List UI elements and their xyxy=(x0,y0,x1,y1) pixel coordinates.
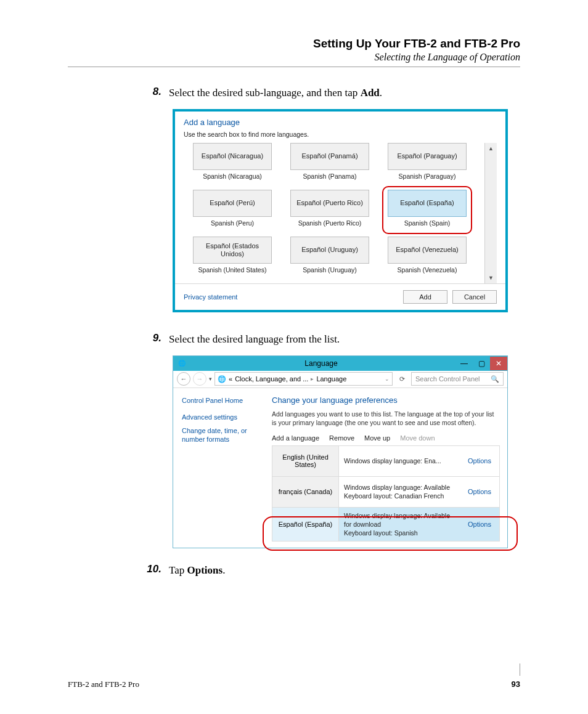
scroll-up-icon[interactable]: ▲ xyxy=(485,143,497,154)
language-desc: Windows display language: Available Keyb… xyxy=(339,477,460,507)
move-down-link: Move down xyxy=(400,434,435,442)
control-panel-home-link[interactable]: Control Panel Home xyxy=(182,397,263,404)
page-section-subtitle: Selecting the Language of Operation xyxy=(68,52,520,63)
header-divider xyxy=(68,67,520,67)
language-row[interactable]: English (United States) Windows display … xyxy=(272,446,499,477)
language-tile-selected[interactable]: Español (España) xyxy=(388,190,467,217)
language-caption: Spanish (Spain) xyxy=(378,219,476,227)
refresh-button[interactable]: ⟳ xyxy=(395,372,409,386)
language-tile[interactable]: Español (Paraguay) xyxy=(388,143,467,170)
breadcrumb[interactable]: 🌐 « Clock, Language, and ... ▸ Language … xyxy=(214,372,393,386)
move-up-link[interactable]: Move up xyxy=(364,434,390,442)
language-name: français (Canada) xyxy=(272,477,339,507)
dialog-help-text: Use the search box to find more language… xyxy=(184,131,497,138)
chevron-down-icon[interactable]: ⌄ xyxy=(385,376,390,382)
step-text: Select the desired language from the lis… xyxy=(169,332,340,347)
language-row[interactable]: français (Canada) Windows display langua… xyxy=(272,477,499,508)
language-window: 🌐 Language — ▢ ✕ ← → ▾ 🌐 « Clock, Langua… xyxy=(173,355,508,549)
language-caption: Spanish (Uruguay) xyxy=(281,266,378,274)
scrollbar[interactable]: ▲ ▼ xyxy=(484,143,497,283)
options-link[interactable]: Options xyxy=(460,477,499,507)
language-caption: Spanish (Paraguay) xyxy=(378,172,476,180)
change-date-link[interactable]: Change date, time, or number formats xyxy=(182,426,263,444)
options-link[interactable]: Options xyxy=(460,446,499,476)
language-caption: Spanish (Nicaragua) xyxy=(184,172,281,180)
footer-rule xyxy=(520,663,520,676)
step-number: 9. xyxy=(142,332,169,347)
back-button[interactable]: ← xyxy=(177,372,190,386)
language-tile[interactable]: Español (Perú) xyxy=(193,190,272,217)
search-input[interactable]: Search Control Panel 🔍 xyxy=(411,372,504,386)
language-caption: Spanish (Venezuela) xyxy=(378,266,476,274)
language-tile[interactable]: Español (Nicaragua) xyxy=(193,143,272,170)
privacy-link[interactable]: Privacy statement xyxy=(184,293,237,301)
add-language-dialog: Add a language Use the search box to fin… xyxy=(173,109,508,312)
cancel-button[interactable]: Cancel xyxy=(452,290,497,304)
footer-product: FTB-2 and FTB-2 Pro xyxy=(68,680,139,689)
maximize-button[interactable]: ▢ xyxy=(473,357,490,370)
language-tile[interactable]: Español (Estados Unidos) xyxy=(193,237,272,264)
globe-icon: 🌐 xyxy=(218,375,226,383)
dialog-title: Add a language xyxy=(184,118,497,127)
main-heading: Change your language preferences xyxy=(272,396,500,405)
close-button[interactable]: ✕ xyxy=(490,357,507,370)
options-link[interactable]: Options xyxy=(460,508,499,542)
step-number: 8. xyxy=(142,86,169,100)
language-row-selected[interactable]: Español (España) Windows display languag… xyxy=(272,508,499,542)
language-caption: Spanish (Panama) xyxy=(281,172,378,180)
language-caption: Spanish (Puerto Rico) xyxy=(281,219,378,227)
history-dropdown-icon[interactable]: ▾ xyxy=(209,376,212,382)
language-list: English (United States) Windows display … xyxy=(272,445,500,542)
language-name: Español (España) xyxy=(272,508,339,542)
window-icon: 🌐 xyxy=(177,359,187,368)
advanced-settings-link[interactable]: Advanced settings xyxy=(182,413,263,421)
language-tile[interactable]: Español (Puerto Rico) xyxy=(290,190,369,217)
language-tile[interactable]: Español (Venezuela) xyxy=(388,237,467,264)
language-desc: Windows display language: Available for … xyxy=(339,508,460,542)
page-section-title: Setting Up Your FTB-2 and FTB-2 Pro xyxy=(68,37,520,51)
language-tile[interactable]: Español (Panamá) xyxy=(290,143,369,170)
add-button[interactable]: Add xyxy=(403,290,447,304)
step-text: Tap Options. xyxy=(169,563,225,578)
scroll-down-icon[interactable]: ▼ xyxy=(485,272,497,283)
minimize-button[interactable]: — xyxy=(455,357,473,370)
search-icon: 🔍 xyxy=(491,375,499,383)
step-text: Select the desired sub-language, and the… xyxy=(169,86,382,100)
main-help-text: Add languages you want to use to this li… xyxy=(272,410,500,427)
language-desc: Windows display language: Ena... xyxy=(339,446,460,476)
window-title: Language xyxy=(187,359,455,368)
language-name: English (United States) xyxy=(272,446,339,476)
remove-link[interactable]: Remove xyxy=(329,434,354,442)
window-titlebar[interactable]: 🌐 Language — ▢ ✕ xyxy=(173,356,507,371)
step-number: 10. xyxy=(142,563,169,578)
page-number: 93 xyxy=(512,680,520,689)
language-caption: Spanish (United States) xyxy=(184,266,281,274)
language-tile[interactable]: Español (Uruguay) xyxy=(290,237,369,264)
forward-button[interactable]: → xyxy=(193,372,206,386)
language-caption: Spanish (Peru) xyxy=(184,219,281,227)
add-language-link[interactable]: Add a language xyxy=(272,434,319,442)
